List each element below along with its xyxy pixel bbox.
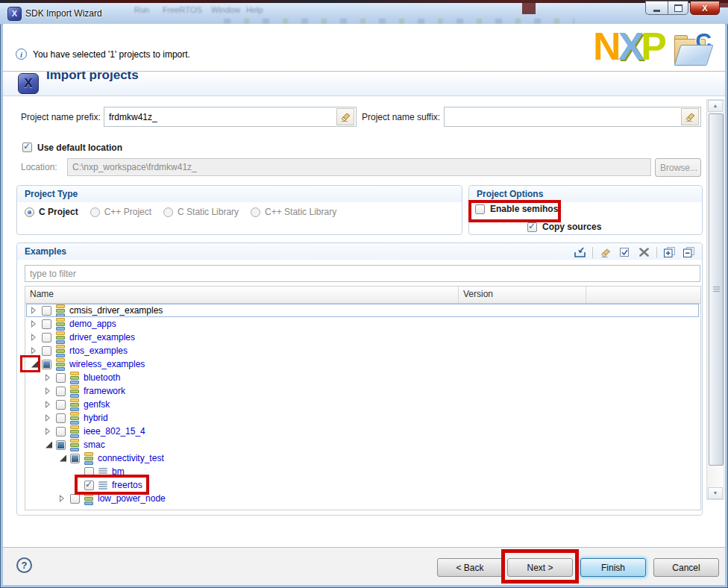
tree-label[interactable]: ieee_802_15_4 xyxy=(84,426,145,437)
scroll-up-button[interactable]: ▲ xyxy=(708,100,723,112)
expand-arrow-icon[interactable] xyxy=(31,346,42,355)
tree-row-cmsis_driver_examples[interactable]: cmsis_driver_examples xyxy=(25,304,700,317)
checkbox-genfsk[interactable] xyxy=(56,400,66,410)
tree-label[interactable]: connectivity_test xyxy=(98,453,164,463)
copy-sources-label[interactable]: Copy sources xyxy=(542,222,601,232)
tree-row-genfsk[interactable]: genfsk xyxy=(25,398,700,411)
copy-sources-checkbox[interactable] xyxy=(527,222,537,232)
import-example-icon[interactable] xyxy=(573,246,587,258)
arrow-spacer xyxy=(74,467,84,476)
column-header-version[interactable]: Version xyxy=(459,287,586,303)
finish-button[interactable]: Finish xyxy=(580,558,646,577)
tree-label[interactable]: low_power_node xyxy=(98,493,166,504)
enable-semihost-label[interactable]: Enable semihost xyxy=(490,204,561,214)
tree-row-low_power_node[interactable]: low_power_node xyxy=(25,492,700,505)
checkbox-low_power_node[interactable] xyxy=(70,494,80,504)
checkbox-driver_examples[interactable] xyxy=(42,333,51,343)
eraser-icon[interactable] xyxy=(598,246,612,258)
use-default-location-checkbox[interactable] xyxy=(22,143,32,152)
category-stack-icon xyxy=(56,358,65,371)
examples-toolbar xyxy=(573,246,696,258)
checkbox-cmsis_driver_examples[interactable] xyxy=(42,306,51,316)
expand-arrow-icon[interactable] xyxy=(46,387,56,395)
radio-label: C Static Library xyxy=(178,207,239,217)
tree-row-bluetooth[interactable]: bluetooth xyxy=(25,371,700,384)
tree-row-demo_apps[interactable]: demo_apps xyxy=(25,317,700,331)
tree-row-freertos[interactable]: ✓freertos xyxy=(25,478,700,492)
collapse-all-icon[interactable] xyxy=(682,246,696,258)
clear-suffix-button[interactable] xyxy=(681,108,699,125)
scroll-down-button[interactable]: ▼ xyxy=(708,487,723,499)
checkbox-framework[interactable] xyxy=(56,387,66,396)
collapse-arrow-icon[interactable] xyxy=(46,440,56,449)
expand-arrow-icon[interactable] xyxy=(46,400,56,409)
tree-label[interactable]: framework xyxy=(84,386,125,396)
scrollbar-thumb[interactable] xyxy=(709,113,724,466)
expand-arrow-icon[interactable] xyxy=(46,427,56,436)
checkbox-connectivity_test[interactable] xyxy=(70,454,80,463)
expand-arrow-icon[interactable] xyxy=(31,319,42,328)
tree-row-framework[interactable]: framework xyxy=(25,384,700,398)
background-window-fragment xyxy=(522,3,536,14)
checkbox-freertos[interactable]: ✓ xyxy=(84,481,94,490)
checkbox-demo_apps[interactable] xyxy=(42,319,51,329)
project-name-suffix-input[interactable] xyxy=(444,107,701,127)
deselect-all-icon[interactable] xyxy=(637,246,651,258)
tree-row-wireless_examples[interactable]: wireless_examples xyxy=(25,357,700,371)
nxp-letter-p: P xyxy=(641,27,664,66)
tree-label[interactable]: smac xyxy=(84,440,105,450)
tree-label[interactable]: driver_examples xyxy=(69,332,135,343)
expand-arrow-icon[interactable] xyxy=(60,494,70,503)
checkbox-wireless_examples[interactable] xyxy=(42,360,51,369)
expand-arrow-icon[interactable] xyxy=(46,373,56,382)
select-all-icon[interactable] xyxy=(618,246,632,258)
tree-label[interactable]: bluetooth xyxy=(84,372,120,383)
cancel-button[interactable]: Cancel xyxy=(653,558,719,577)
checkbox-smac[interactable] xyxy=(56,440,66,450)
checkbox-ieee_802_15_4[interactable] xyxy=(56,427,66,437)
tree-label[interactable]: demo_apps xyxy=(69,319,116,329)
tree-label[interactable]: bm xyxy=(112,466,125,477)
back-button[interactable]: < Back xyxy=(437,558,503,577)
help-button[interactable]: ? xyxy=(16,557,32,573)
tree-row-ieee_802_15_4[interactable]: ieee_802_15_4 xyxy=(25,425,700,438)
radio-c-project[interactable]: C Project xyxy=(25,207,78,217)
filter-input[interactable] xyxy=(25,265,700,282)
next-button[interactable]: Next > xyxy=(507,558,573,577)
checkbox-rtos_examples[interactable] xyxy=(42,346,51,356)
tree-label[interactable]: rtos_examples xyxy=(69,345,128,356)
checkbox-bluetooth[interactable] xyxy=(56,373,66,383)
tree-label[interactable]: genfsk xyxy=(84,399,110,410)
expand-all-icon[interactable] xyxy=(662,246,677,258)
project-name-prefix-input[interactable] xyxy=(104,107,357,127)
project-type-title: Project Type xyxy=(25,189,78,199)
checkbox-bm[interactable] xyxy=(84,467,94,477)
tree-row-hybrid[interactable]: hybrid xyxy=(25,411,700,425)
tree-label[interactable]: freertos xyxy=(112,480,142,490)
form-scrollbar[interactable]: ▲ ▼ xyxy=(706,99,724,500)
clear-prefix-button[interactable] xyxy=(336,108,354,125)
use-default-location-label[interactable]: Use default location xyxy=(37,143,122,153)
tree-row-smac[interactable]: smac xyxy=(25,438,700,451)
tree-row-driver_examples[interactable]: driver_examples xyxy=(25,331,700,344)
collapse-arrow-icon[interactable] xyxy=(31,360,42,369)
tree-row-rtos_examples[interactable]: rtos_examples xyxy=(25,344,700,357)
enable-semihost-checkbox[interactable] xyxy=(475,204,485,214)
minimize-button[interactable] xyxy=(645,1,668,15)
column-header-name[interactable]: Name xyxy=(25,287,459,303)
tree-label[interactable]: wireless_examples xyxy=(69,359,145,369)
tree-row-connectivity_test[interactable]: connectivity_test xyxy=(25,451,700,465)
category-stack-icon xyxy=(84,492,93,505)
expand-arrow-icon[interactable] xyxy=(31,306,42,315)
tree-label[interactable]: cmsis_driver_examples xyxy=(69,305,163,316)
category-stack-icon xyxy=(70,385,79,398)
tree-label[interactable]: hybrid xyxy=(84,413,108,423)
maximize-button[interactable] xyxy=(668,1,688,15)
close-button[interactable]: X xyxy=(690,1,720,15)
expand-arrow-icon[interactable] xyxy=(46,413,56,422)
expand-arrow-icon[interactable] xyxy=(31,333,42,342)
location-input xyxy=(67,158,651,176)
checkbox-hybrid[interactable] xyxy=(56,413,66,423)
tree-row-bm[interactable]: bm xyxy=(25,465,700,478)
collapse-arrow-icon[interactable] xyxy=(60,454,70,463)
